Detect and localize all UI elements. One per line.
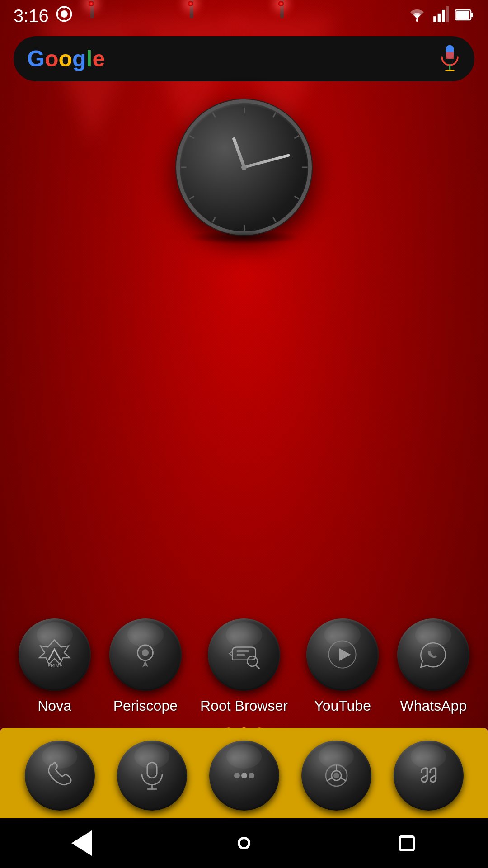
recents-square-icon (399, 835, 415, 851)
voice-search-button[interactable] (438, 43, 461, 75)
whatsapp-icon[interactable] (397, 618, 469, 691)
svg-point-6 (416, 19, 418, 22)
svg-rect-9 (442, 10, 445, 22)
clock-shadow (188, 231, 300, 244)
svg-point-32 (234, 773, 240, 778)
app-item-nova[interactable]: PRIME Nova (19, 618, 91, 714)
periscope-label: Periscope (113, 698, 178, 714)
dock-drawer-icon[interactable] (209, 741, 279, 811)
app-item-youtube[interactable]: YouTube (306, 618, 379, 714)
svg-line-39 (327, 778, 332, 780)
back-button[interactable] (63, 825, 99, 861)
google-g: G (27, 46, 45, 72)
app-item-whatsapp[interactable]: WhatsApp (397, 618, 469, 714)
periscope-icon[interactable] (109, 618, 182, 691)
google-o1: o (45, 46, 59, 72)
clock-center-dot (241, 165, 247, 170)
youtube-icon[interactable] (306, 618, 379, 691)
back-arrow-icon (71, 830, 92, 856)
home-circle-icon (238, 837, 250, 849)
app-row: PRIME Nova Periscope (0, 618, 488, 714)
signal-icon (432, 6, 449, 25)
svg-text:PRIME: PRIME (47, 663, 62, 668)
svg-point-33 (241, 773, 247, 778)
youtube-label: YouTube (314, 698, 371, 714)
svg-rect-23 (236, 650, 249, 652)
google-l: l (86, 46, 93, 72)
google-o2: o (58, 46, 72, 72)
hour-hand (232, 137, 246, 168)
rootbrowser-icon[interactable] (208, 618, 280, 691)
svg-marker-19 (39, 640, 70, 665)
svg-line-38 (341, 778, 346, 780)
svg-rect-17 (446, 45, 454, 52)
nova-label: Nova (38, 698, 71, 714)
svg-point-22 (142, 649, 149, 656)
status-right (408, 6, 474, 25)
home-screen: 3:16 (0, 0, 488, 868)
status-bar: 3:16 (0, 0, 488, 32)
app-item-rootbrowser[interactable]: Root Browser (200, 618, 288, 714)
dock-stumbleupon-icon[interactable] (394, 741, 464, 811)
minute-hand (244, 154, 290, 169)
svg-rect-29 (147, 762, 156, 778)
svg-point-40 (333, 773, 339, 778)
clock-widget[interactable] (176, 99, 312, 235)
wifi-icon (408, 7, 427, 24)
svg-line-26 (256, 665, 259, 669)
dock-chrome-icon[interactable] (301, 741, 371, 811)
svg-rect-8 (438, 14, 441, 22)
status-time: 3:16 (14, 6, 49, 26)
google-e: e (92, 46, 105, 72)
home-button[interactable] (226, 825, 262, 861)
notification-icon (56, 5, 73, 27)
svg-rect-10 (446, 6, 449, 22)
app-item-periscope[interactable]: Periscope (109, 618, 182, 714)
google-g2: g (72, 46, 86, 72)
nav-bar (0, 818, 488, 868)
svg-rect-18 (446, 52, 454, 59)
whatsapp-label: WhatsApp (400, 698, 467, 714)
svg-marker-27 (339, 648, 351, 660)
google-logo: G o o g l e (27, 46, 105, 72)
svg-rect-7 (433, 16, 436, 22)
rootbrowser-label: Root Browser (200, 698, 288, 714)
nova-icon[interactable]: PRIME (19, 618, 91, 691)
clock-face (176, 99, 312, 235)
svg-rect-13 (471, 13, 473, 17)
svg-rect-24 (236, 654, 245, 656)
dock-mic-icon[interactable] (117, 741, 187, 811)
battery-icon (455, 7, 474, 24)
dock (0, 732, 488, 818)
svg-rect-12 (456, 11, 469, 19)
status-left: 3:16 (14, 5, 73, 27)
svg-point-1 (61, 10, 68, 18)
svg-point-34 (249, 773, 254, 778)
recents-button[interactable] (389, 825, 425, 861)
dock-phone-icon[interactable] (25, 741, 95, 811)
google-search-bar[interactable]: G o o g l e (14, 36, 474, 81)
